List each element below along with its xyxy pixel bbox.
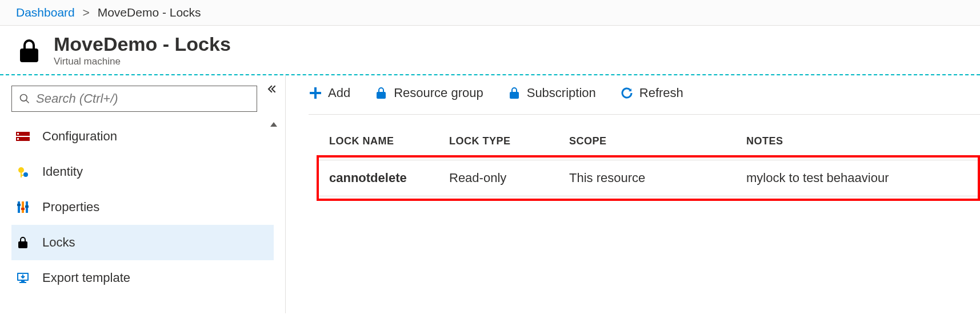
breadcrumb-root-link[interactable]: Dashboard: [16, 6, 75, 19]
lock-icon: [374, 86, 388, 100]
sidebar-item-configuration[interactable]: Configuration: [11, 119, 274, 154]
scroll-up-indicator[interactable]: [270, 122, 277, 127]
resource-group-button[interactable]: Resource group: [374, 86, 483, 100]
sidebar-item-export-template[interactable]: Export template: [11, 260, 274, 296]
config-icon: [14, 127, 32, 146]
lock-icon: [14, 233, 32, 252]
collapse-sidebar-button[interactable]: [266, 83, 277, 98]
table-header: LOCK NAME LOCK TYPE SCOPE NOTES: [317, 131, 980, 155]
cell-notes: mylock to test behaaviour: [746, 171, 978, 185]
plus-icon: [309, 86, 322, 100]
sidebar-item-label: Properties: [42, 200, 99, 215]
page-header: MoveDemo - Locks Virtual machine: [0, 26, 980, 74]
svg-rect-18: [21, 281, 25, 282]
search-icon: [19, 93, 30, 104]
sidebar: Configuration Identity Properties Locks: [0, 75, 286, 313]
subscription-button[interactable]: Subscription: [507, 86, 596, 100]
cell-lock-name: cannotdelete: [329, 171, 449, 185]
svg-rect-11: [22, 201, 24, 213]
col-header-type[interactable]: LOCK TYPE: [449, 135, 569, 147]
page-title: MoveDemo - Locks: [54, 34, 231, 55]
export-icon: [14, 269, 32, 287]
locks-table: LOCK NAME LOCK TYPE SCOPE NOTES cannotde…: [309, 115, 980, 201]
highlighted-row: cannotdelete Read-only This resource myl…: [317, 155, 980, 201]
sidebar-item-properties[interactable]: Properties: [11, 189, 274, 225]
toolbar-btn-label: Add: [328, 86, 350, 100]
refresh-button[interactable]: Refresh: [620, 86, 683, 100]
col-header-name[interactable]: LOCK NAME: [329, 135, 449, 147]
col-header-notes[interactable]: NOTES: [746, 135, 980, 147]
svg-rect-8: [21, 175, 23, 176]
svg-rect-5: [17, 138, 19, 140]
breadcrumb: Dashboard > MoveDemo - Locks: [0, 0, 980, 26]
sidebar-item-locks[interactable]: Locks: [11, 225, 274, 260]
sidebar-item-label: Export template: [42, 270, 130, 285]
svg-rect-19: [19, 282, 26, 283]
cell-lock-type: Read-only: [449, 171, 569, 185]
sidebar-nav: Configuration Identity Properties Locks: [11, 119, 274, 296]
toolbar: Add Resource group Subscription Refresh: [309, 86, 980, 115]
identity-icon: [14, 163, 32, 181]
svg-point-9: [23, 172, 28, 177]
sidebar-item-label: Identity: [42, 164, 83, 179]
svg-rect-13: [17, 204, 21, 206]
sidebar-search[interactable]: [11, 86, 257, 112]
cell-scope: This resource: [569, 171, 746, 185]
lock-icon: [14, 35, 45, 66]
refresh-icon: [620, 86, 634, 100]
svg-rect-15: [25, 205, 29, 208]
svg-line-1: [26, 100, 29, 103]
toolbar-btn-label: Resource group: [394, 86, 483, 100]
add-button[interactable]: Add: [309, 86, 350, 100]
page-subtitle: Virtual machine: [54, 56, 231, 67]
svg-rect-14: [21, 208, 25, 210]
main-content: Add Resource group Subscription Refresh: [286, 75, 980, 313]
svg-point-0: [21, 95, 27, 102]
sidebar-item-identity[interactable]: Identity: [11, 154, 274, 189]
toolbar-btn-label: Refresh: [639, 86, 683, 100]
table-row[interactable]: cannotdelete Read-only This resource myl…: [319, 160, 978, 196]
lock-icon: [507, 86, 521, 100]
properties-icon: [14, 198, 32, 216]
svg-rect-21: [310, 92, 321, 94]
toolbar-btn-label: Subscription: [527, 86, 596, 100]
breadcrumb-separator: >: [83, 6, 90, 19]
svg-rect-4: [17, 133, 19, 135]
col-header-scope[interactable]: SCOPE: [569, 135, 746, 147]
sidebar-item-label: Configuration: [42, 129, 117, 144]
sidebar-item-label: Locks: [42, 235, 75, 250]
search-input[interactable]: [36, 91, 250, 106]
svg-rect-10: [18, 201, 20, 213]
breadcrumb-current: MoveDemo - Locks: [98, 6, 201, 19]
